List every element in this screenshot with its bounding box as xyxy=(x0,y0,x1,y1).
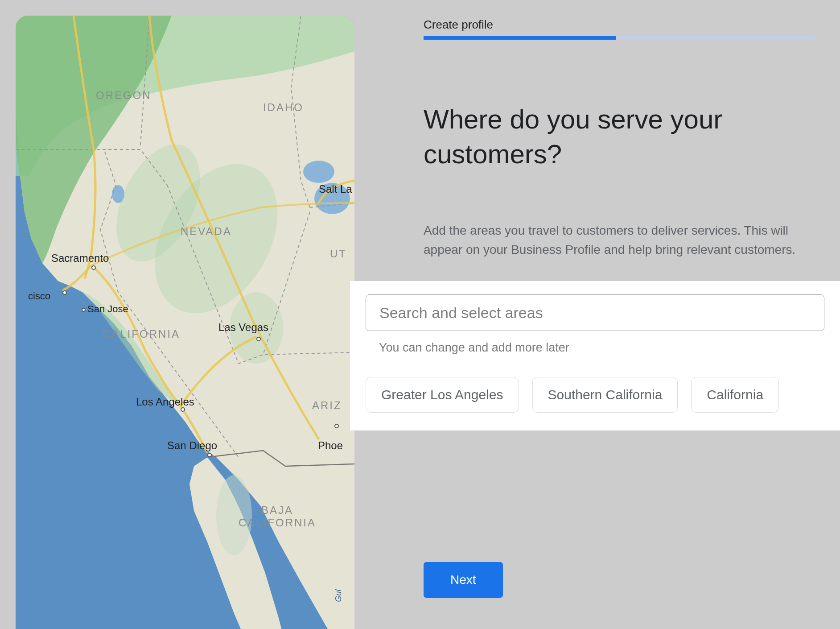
area-search-input[interactable] xyxy=(366,294,824,331)
map-panel[interactable]: OREGONIDAHONEVADAUTCALIFORNIAARIZBAJACAL… xyxy=(16,16,354,629)
page-heading: Where do you serve your customers? xyxy=(424,102,815,172)
map-city-label: San Diego xyxy=(167,439,217,452)
map-city-label: cisco xyxy=(28,290,50,302)
description-text: Add the areas you travel to customers to… xyxy=(424,221,815,260)
progress-fill xyxy=(424,36,616,40)
search-card: You can change and add more later Greate… xyxy=(350,281,840,430)
progress-section: Create profile xyxy=(424,18,815,40)
map-state-label: NEVADA xyxy=(181,225,232,238)
map-city-dot xyxy=(334,424,339,428)
map-state-label: CALIFORNIA xyxy=(103,328,180,340)
svg-point-7 xyxy=(112,185,124,203)
map-city-dot xyxy=(181,407,185,412)
input-helper-text: You can change and add more later xyxy=(379,341,824,355)
map-city-label: San Jose xyxy=(82,303,128,315)
content-panel: Create profile Where do you serve your c… xyxy=(354,0,840,629)
map-state-label: ARIZ xyxy=(312,399,342,412)
progress-bar xyxy=(424,36,815,40)
suggestion-chip[interactable]: Greater Los Angeles xyxy=(366,377,519,413)
map-city-dot xyxy=(207,453,212,457)
map-state-label: OREGON xyxy=(96,89,152,102)
suggestion-chip[interactable]: California xyxy=(691,377,779,413)
map-city-dot xyxy=(256,337,261,341)
progress-label: Create profile xyxy=(424,18,815,32)
map-state-label: UT xyxy=(330,248,347,260)
map-state-label: BAJACALIFORNIA xyxy=(239,504,316,529)
svg-point-5 xyxy=(303,161,334,183)
map-city-label: Sacramento xyxy=(51,252,109,265)
suggestion-chip[interactable]: Southern California xyxy=(532,377,678,413)
map-city-label: Los Angeles xyxy=(136,396,194,408)
map-city-label: Las Vegas xyxy=(218,321,268,334)
map-city-label: Salt La xyxy=(319,183,352,195)
suggestion-chips: Greater Los AngelesSouthern CaliforniaCa… xyxy=(366,377,824,413)
map-state-label: IDAHO xyxy=(263,101,304,114)
next-button[interactable]: Next xyxy=(424,562,503,598)
map-city-dot xyxy=(62,290,67,295)
map-water-label: Gul xyxy=(334,589,343,602)
map-city-label: Phoe xyxy=(318,439,343,452)
map-city-dot xyxy=(91,265,96,270)
